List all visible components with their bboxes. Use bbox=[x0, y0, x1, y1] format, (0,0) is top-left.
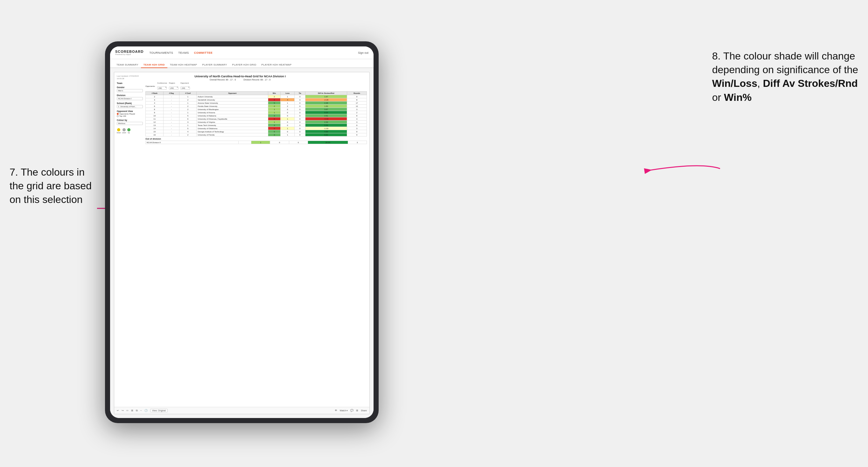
ood-diff: 26.00 bbox=[308, 141, 348, 144]
gender-filter: Gender Men's bbox=[117, 86, 143, 92]
comment-icon[interactable]: 💬 bbox=[350, 409, 353, 412]
ood-win: 1 bbox=[251, 141, 270, 144]
nav-tournaments[interactable]: TOURNAMENTS bbox=[149, 51, 173, 55]
opponent-select[interactable]: (All) bbox=[180, 87, 190, 90]
clock-icon[interactable]: 🕐 bbox=[145, 409, 148, 412]
colour-by-label: Colour by bbox=[117, 119, 143, 121]
tablet-frame: SCOREBOARD Powered by clippd TOURNAMENTS… bbox=[105, 41, 379, 423]
legend-row: Down Level Up bbox=[117, 128, 143, 134]
radio-opponents-played[interactable]: Opponents Played bbox=[117, 113, 143, 115]
gender-select[interactable]: Men's bbox=[117, 89, 143, 92]
copy-icon[interactable]: ⧉ bbox=[136, 409, 138, 412]
tab-player-h2h-heatmap[interactable]: PLAYER H2H HEATMAP bbox=[259, 63, 294, 67]
conference-filter-label: Conference bbox=[157, 82, 167, 84]
annotation-bold3: Win% bbox=[724, 92, 751, 103]
tableau-area: Last Updated: 27/03/2024 16:55:38 Univer… bbox=[114, 72, 370, 414]
arrow-right bbox=[644, 161, 723, 177]
table-row: 9-1University of Arizona1009.002 bbox=[146, 111, 367, 114]
division-label: Division bbox=[117, 94, 143, 96]
main-content: Last Updated: 27/03/2024 16:55:38 Univer… bbox=[110, 68, 374, 418]
view-original-btn[interactable]: View: Original bbox=[150, 409, 168, 412]
right-panel: Opponents: Conference (All) bbox=[146, 82, 367, 404]
tab-player-summary[interactable]: PLAYER SUMMARY bbox=[199, 63, 229, 67]
annotation-left: 7. The colours in the grid are based on … bbox=[9, 165, 99, 207]
col-opponent: Opponent bbox=[197, 92, 268, 95]
col-reg: # Reg bbox=[163, 92, 179, 95]
school-label: School (Rank) bbox=[117, 102, 143, 104]
main-title: University of North Carolina Head-to-Hea… bbox=[139, 75, 341, 78]
tableau-header: Last Updated: 27/03/2024 16:55:38 Univer… bbox=[117, 75, 367, 81]
nav-teams[interactable]: TEAMS bbox=[178, 51, 189, 55]
watch-btn[interactable]: Watch ▾ bbox=[340, 409, 348, 412]
annotation-right: 8. The colour shade will change dependin… bbox=[712, 49, 859, 104]
bottom-right-actions: 👁 Watch ▾ 💬 ⊞ Share bbox=[335, 409, 367, 412]
region-select[interactable]: (All) bbox=[169, 87, 179, 90]
division-filter: Division NCAA Division I bbox=[117, 94, 143, 100]
left-panel: Team Gender Men's Division NCAA Division… bbox=[117, 82, 143, 404]
legend-up: Up bbox=[127, 128, 130, 134]
table-row: 3-2Vanderbilt University040-2.298 bbox=[146, 98, 367, 101]
table-row: 2-1Auburn University2101.679 bbox=[146, 95, 367, 98]
opponent-view-section: Opponent View Opponents Played Top 100 bbox=[117, 110, 143, 117]
radio-top100[interactable]: Top 100 bbox=[117, 115, 143, 117]
redo-icon[interactable]: ↪ bbox=[122, 409, 124, 412]
conference-select[interactable]: (All) bbox=[157, 87, 167, 90]
last-updated: Last Updated: 27/03/2024 16:55:38 bbox=[117, 75, 139, 80]
opponent-filter-label: Opponent bbox=[180, 82, 190, 84]
grid-table: # Rank # Reg # Conf Opponent Win Loss Ti… bbox=[146, 91, 367, 136]
tab-player-h2h-grid[interactable]: PLAYER H2H GRID bbox=[230, 63, 259, 67]
nav-committee[interactable]: COMMITTEE bbox=[194, 51, 213, 55]
team-filter: Team bbox=[117, 82, 143, 84]
col-diff: Diff Av Strokes/Rnd bbox=[305, 92, 347, 95]
annotation-bold1: Win/Loss bbox=[712, 77, 757, 89]
school-value: 1. University of Nort... bbox=[117, 105, 143, 108]
col-rank: # Rank bbox=[146, 92, 163, 95]
sign-out-link[interactable]: Sign out bbox=[358, 51, 368, 54]
table-row: 15-4Georgia Institute of Technology5004.… bbox=[146, 130, 367, 133]
filter-row: Opponents: Conference (All) bbox=[146, 82, 367, 90]
ood-rounds: 3 bbox=[348, 141, 367, 144]
table-row: 12-3University of Virginia1002.333 bbox=[146, 121, 367, 124]
camera-icon[interactable]: ⊞ bbox=[131, 409, 133, 412]
legend-level: Level bbox=[122, 128, 126, 134]
col-win: Win bbox=[268, 92, 280, 95]
sub-nav: TEAM SUMMARY TEAM H2H GRID TEAM H2H HEAT… bbox=[110, 59, 374, 68]
colour-by-select[interactable]: Win/loss bbox=[117, 122, 143, 125]
annotation-bold2: Diff Av Strokes/Rnd bbox=[763, 77, 858, 89]
table-row: 11-6University of Arkansas, Fayetteville… bbox=[146, 117, 367, 121]
col-conf: # Conf bbox=[179, 92, 196, 95]
col-rounds: Rounds bbox=[347, 92, 367, 95]
tab-team-h2h-heatmap[interactable]: TEAM H2H HEATMAP bbox=[167, 63, 200, 67]
tableau-bottom-bar: ↩ ↪ ⇦ ⊞ ⧉ − 🕐 View: Original 👁 Watch ▾ 💬… bbox=[114, 407, 369, 414]
title-section: University of North Carolina Head-to-Hea… bbox=[139, 75, 341, 81]
table-row: 10-5University of Alabama3002.618 bbox=[146, 114, 367, 117]
school-filter: School (Rank) 1. University of Nort... bbox=[117, 102, 143, 108]
table-row: 13-1Texas Tech University3005.569 bbox=[146, 124, 367, 127]
legend-dot-level bbox=[123, 128, 126, 131]
radio-circle-2 bbox=[117, 115, 119, 117]
watch-icon: 👁 bbox=[335, 409, 337, 412]
share-btn[interactable]: Share bbox=[361, 409, 367, 412]
legend-down: Down bbox=[117, 128, 121, 134]
grid-scroll-area[interactable]: # Rank # Reg # Conf Opponent Win Loss Ti… bbox=[146, 91, 367, 404]
logo: SCOREBOARD Powered by clippd bbox=[115, 50, 144, 55]
logo-sub: Powered by clippd bbox=[115, 54, 144, 55]
col-loss: Loss bbox=[280, 92, 294, 95]
legend-dot-down bbox=[117, 128, 120, 131]
annotation-left-text: 7. The colours in the grid are based on … bbox=[9, 166, 92, 205]
opponents-label: Opponents: bbox=[146, 85, 155, 87]
tablet-screen: SCOREBOARD Powered by clippd TOURNAMENTS… bbox=[110, 46, 374, 418]
table-row: 4-1Arizona State University5102.2817 bbox=[146, 101, 367, 105]
tab-team-summary[interactable]: TEAM SUMMARY bbox=[114, 63, 141, 67]
tableau-body: Team Gender Men's Division NCAA Division… bbox=[117, 82, 367, 404]
back-icon[interactable]: ⇦ bbox=[126, 409, 128, 412]
undo-icon[interactable]: ↩ bbox=[117, 409, 119, 412]
grid-icon[interactable]: ⊞ bbox=[356, 409, 358, 412]
tab-team-h2h-grid[interactable]: TEAM H2H GRID bbox=[141, 63, 167, 68]
division-select[interactable]: NCAA Division I bbox=[117, 97, 143, 100]
conference-filter-group: Conference (All) bbox=[157, 82, 167, 90]
region-filter-group: Region (All) bbox=[169, 82, 179, 90]
radio-group: Opponents Played Top 100 bbox=[117, 113, 143, 117]
out-of-division-table: NCAA Division II 1 0 0 26.00 3 bbox=[146, 141, 367, 144]
minus-icon[interactable]: − bbox=[140, 409, 142, 412]
